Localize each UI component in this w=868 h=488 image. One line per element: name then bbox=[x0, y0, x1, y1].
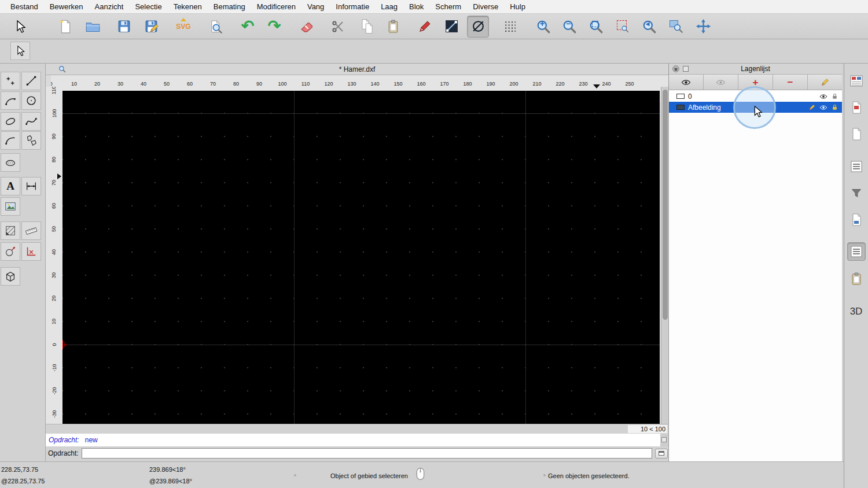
layer-list-button[interactable] bbox=[847, 242, 866, 261]
ruler-number: 10 bbox=[62, 81, 86, 87]
3d-box-tool-button[interactable] bbox=[1, 267, 20, 286]
scrollbar-corner[interactable] bbox=[660, 434, 668, 446]
canvas-vertical-scrollbar[interactable] bbox=[661, 87, 669, 424]
text-tool-button[interactable]: A bbox=[1, 177, 20, 195]
image-tool-button[interactable] bbox=[1, 197, 20, 216]
spline-tool-button[interactable] bbox=[21, 112, 41, 131]
sheet-list-button[interactable] bbox=[847, 125, 866, 143]
circle-tool-button[interactable] bbox=[21, 91, 41, 110]
list-icon bbox=[851, 161, 862, 172]
cursor-x-marker bbox=[593, 84, 600, 88]
library-browser-button[interactable] bbox=[847, 98, 866, 117]
menu-item[interactable]: Diverse bbox=[467, 0, 504, 14]
layer-color-swatch bbox=[676, 94, 685, 99]
hatch-tool-button[interactable] bbox=[1, 221, 20, 240]
command-history-popup-button[interactable] bbox=[655, 449, 668, 459]
menu-item[interactable]: Hulp bbox=[504, 0, 531, 14]
save-button[interactable] bbox=[113, 16, 135, 38]
pan-button[interactable] bbox=[692, 16, 714, 38]
open-file-button[interactable] bbox=[82, 16, 104, 38]
line-tool-button[interactable] bbox=[21, 72, 41, 90]
absolute-coordinates: 228.25,73.75 bbox=[1, 466, 38, 473]
detach-panel-icon[interactable] bbox=[683, 66, 689, 72]
menu-item[interactable]: Blok bbox=[403, 0, 429, 14]
dimension-tool-button[interactable] bbox=[21, 177, 41, 195]
paste-button[interactable] bbox=[382, 16, 404, 38]
minus-icon: − bbox=[788, 77, 793, 87]
close-icon[interactable] bbox=[672, 65, 679, 72]
zoom-window-button[interactable] bbox=[665, 16, 687, 38]
polyline-tool-button[interactable] bbox=[1, 131, 20, 150]
main-toolbar: SVG ↶ ↷ + − ◀ bbox=[0, 14, 868, 39]
menu-item[interactable]: Tekenen bbox=[168, 0, 208, 14]
command-prompt-label: Opdracht: bbox=[48, 449, 79, 457]
menu-item[interactable]: Bestand bbox=[5, 0, 44, 14]
command-input[interactable] bbox=[82, 448, 652, 459]
arc-tool-button[interactable] bbox=[1, 91, 20, 110]
menu-item[interactable]: Bemating bbox=[208, 0, 251, 14]
print-preview-button[interactable] bbox=[204, 16, 226, 38]
grid-toggle-button[interactable] bbox=[499, 16, 521, 38]
menu-item[interactable]: Modificeren bbox=[251, 0, 301, 14]
select-tool-button[interactable] bbox=[9, 16, 31, 38]
clipboard-icon bbox=[389, 20, 398, 32]
view-previous-button[interactable]: ◀ bbox=[638, 16, 660, 38]
menu-item[interactable]: Informatie bbox=[330, 0, 375, 14]
ruler-number: 40 bbox=[51, 249, 57, 255]
snap-tool-button[interactable] bbox=[21, 242, 41, 261]
export-svg-button[interactable]: SVG bbox=[172, 16, 194, 38]
edit-layer-button[interactable] bbox=[808, 75, 842, 90]
hide-all-layers-button[interactable] bbox=[704, 75, 738, 90]
property-editor-button[interactable] bbox=[847, 72, 866, 90]
scrollbar-thumb[interactable] bbox=[663, 90, 668, 320]
menu-item[interactable]: Bewerken bbox=[44, 0, 89, 14]
save-as-button[interactable] bbox=[140, 16, 162, 38]
ellipse-tool-button[interactable] bbox=[1, 112, 20, 131]
property-editor-icon bbox=[849, 74, 863, 88]
ruler-number: 20 bbox=[51, 295, 57, 301]
copy-button[interactable] bbox=[355, 16, 377, 38]
menu-item[interactable]: Aanzicht bbox=[89, 0, 130, 14]
clipboard-panel-button[interactable] bbox=[847, 269, 866, 288]
redo-button[interactable]: ↷ bbox=[263, 16, 285, 38]
drawing-canvas[interactable] bbox=[62, 91, 660, 424]
zoom-out-button[interactable]: − bbox=[558, 16, 580, 38]
draw-pen-button[interactable] bbox=[414, 16, 436, 38]
crown-icon bbox=[181, 18, 186, 21]
3d-panel-button[interactable]: 3D bbox=[847, 302, 866, 321]
ruler-number: 210 bbox=[525, 81, 549, 87]
menu-item[interactable]: Selectie bbox=[129, 0, 167, 14]
shapes-tool-button[interactable] bbox=[21, 131, 41, 150]
iso-ellipse-tool-button[interactable] bbox=[1, 153, 20, 172]
line-icon bbox=[25, 75, 38, 87]
draft-mode-button[interactable] bbox=[467, 16, 489, 38]
filter-button[interactable] bbox=[847, 184, 866, 202]
block-list-button[interactable] bbox=[847, 157, 866, 176]
new-document-button[interactable] bbox=[54, 16, 76, 38]
modify-tool-button[interactable] bbox=[1, 242, 20, 261]
menu-item[interactable]: Laag bbox=[375, 0, 403, 14]
zoom-selection-button[interactable] bbox=[612, 16, 634, 38]
menu-item[interactable]: Scherm bbox=[429, 0, 467, 14]
undo-button[interactable]: ↶ bbox=[237, 16, 259, 38]
view-list-button[interactable] bbox=[847, 210, 866, 229]
measure-tool-button[interactable] bbox=[21, 221, 41, 240]
plus-icon: + bbox=[540, 19, 545, 28]
current-tool-select-button[interactable] bbox=[10, 42, 30, 60]
drawing-window-titlebar[interactable]: * Hamer.dxf bbox=[46, 64, 668, 75]
zoom-auto-button[interactable] bbox=[585, 16, 607, 38]
zoom-in-button[interactable]: + bbox=[532, 16, 554, 38]
draft-line-button[interactable] bbox=[440, 16, 462, 38]
command-history: Opdracht: new bbox=[45, 434, 660, 446]
major-gridline bbox=[62, 113, 660, 114]
cut-button[interactable] bbox=[327, 16, 349, 38]
folder-icon bbox=[86, 23, 100, 32]
delete-button[interactable] bbox=[296, 16, 318, 38]
menu-item[interactable]: Vang bbox=[301, 0, 330, 14]
remove-layer-button[interactable]: − bbox=[773, 75, 808, 90]
ruler-number: 200 bbox=[502, 81, 525, 87]
circle-icon bbox=[25, 94, 38, 107]
points-tool-button[interactable] bbox=[1, 72, 20, 90]
scrollbar-corner-box bbox=[661, 437, 667, 442]
show-all-layers-button[interactable] bbox=[669, 75, 704, 90]
